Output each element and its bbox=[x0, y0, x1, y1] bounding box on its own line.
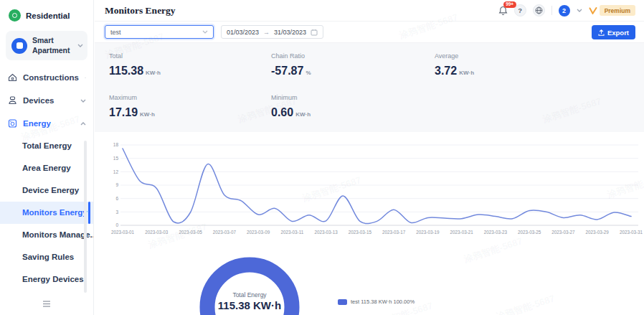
chevron-up-icon bbox=[80, 122, 86, 126]
monitor-select[interactable]: test bbox=[105, 25, 214, 39]
date-range-picker[interactable]: 01/03/2023 → 31/03/2023 bbox=[221, 25, 323, 39]
y-axis-label: 15 bbox=[113, 156, 119, 161]
sidebar-item-devices[interactable]: Devices bbox=[0, 89, 93, 112]
x-axis-label: 2023-03-21 bbox=[450, 230, 474, 235]
sidebar-item-monitors-energy[interactable]: Monitors Energy bbox=[0, 202, 93, 224]
sidebar-item-total-energy[interactable]: Total Energy bbox=[0, 135, 93, 157]
x-axis-label: 2023-03-23 bbox=[484, 230, 508, 235]
sidebar-scrollbar[interactable] bbox=[84, 141, 87, 293]
sidebar: Residential Smart Apartment Construction… bbox=[0, 0, 94, 315]
chevron-down-icon bbox=[202, 30, 208, 34]
sidebar-item-area-energy[interactable]: Area Energy bbox=[0, 157, 93, 179]
x-axis-label: 2023-03-25 bbox=[518, 230, 541, 235]
donut-center-label: Total Energy bbox=[232, 291, 266, 298]
divider bbox=[551, 6, 552, 15]
y-axis-label: 6 bbox=[115, 196, 118, 201]
sidebar-item-label: Constructions bbox=[23, 73, 79, 82]
stat-average: Average 3.72KW·h bbox=[435, 52, 630, 80]
stat-chain-ratio: Chain Ratio -57.87% bbox=[271, 52, 435, 80]
sidebar-item-energy-devices[interactable]: Energy Devices bbox=[0, 268, 93, 291]
sidebar-collapse-button[interactable] bbox=[42, 297, 51, 310]
notifications-button[interactable]: 99+ bbox=[498, 6, 508, 16]
x-axis-label: 2023-03-05 bbox=[179, 230, 202, 235]
y-axis-label: 3 bbox=[115, 210, 118, 215]
devices-icon bbox=[8, 96, 17, 105]
workspace-selector[interactable]: Smart Apartment bbox=[6, 31, 87, 60]
filter-bar: test 01/03/2023 → 31/03/2023 Export bbox=[95, 22, 644, 43]
sidebar-item-constructions[interactable]: Constructions bbox=[0, 66, 93, 89]
topbar: Monitors Energy 99+ ? 2 Premium bbox=[95, 0, 644, 22]
chevron-down-icon bbox=[80, 99, 86, 103]
residential-logo-icon bbox=[9, 9, 21, 22]
date-end: 31/03/2023 bbox=[274, 29, 306, 36]
export-button[interactable]: Export bbox=[592, 25, 635, 39]
date-range-arrow: → bbox=[263, 29, 270, 36]
main-content: Monitors Energy 99+ ? 2 Premium test 0 bbox=[95, 0, 644, 315]
workspace-name: Smart Apartment bbox=[32, 36, 72, 55]
x-axis-label: 2023-03-03 bbox=[145, 230, 169, 235]
stat-total: Total 115.38KW·h bbox=[109, 52, 271, 80]
sidebar-item-saving-rules[interactable]: Saving Rules bbox=[0, 246, 93, 268]
x-axis-label: 2023-03-27 bbox=[551, 230, 575, 235]
sidebar-item-device-energy[interactable]: Device Energy bbox=[0, 179, 93, 202]
premium-badge[interactable]: Premium bbox=[589, 5, 635, 16]
donut-center-value: 115.38 KW·h bbox=[218, 299, 281, 311]
x-axis-label: 2023-03-17 bbox=[382, 230, 406, 235]
legend-swatch bbox=[338, 299, 347, 305]
x-axis-label: 2023-03-19 bbox=[416, 230, 440, 235]
sidebar-item-energy[interactable]: Energy bbox=[0, 112, 93, 135]
x-axis-label: 2023-03-11 bbox=[280, 230, 303, 235]
chevron-down-icon bbox=[77, 44, 83, 47]
chevron-down-icon bbox=[85, 76, 86, 80]
x-axis-label: 2023-03-15 bbox=[349, 230, 372, 235]
sidebar-item-label: Devices bbox=[23, 96, 75, 105]
x-axis-label: 2023-03-09 bbox=[247, 230, 270, 235]
calendar-icon bbox=[311, 29, 318, 36]
monitor-select-value: test bbox=[110, 29, 202, 36]
energy-line-chart-section: 03691215182023-03-012023-03-032023-03-05… bbox=[95, 132, 644, 241]
stats-panel: Total 115.38KW·h Chain Ratio -57.87% Ave… bbox=[95, 43, 644, 132]
x-axis-label: 2023-03-29 bbox=[586, 230, 610, 235]
premium-label: Premium bbox=[600, 5, 635, 16]
language-button[interactable] bbox=[533, 4, 545, 17]
energy-icon bbox=[8, 119, 17, 128]
export-icon bbox=[598, 29, 605, 36]
chevron-down-icon bbox=[577, 9, 582, 12]
y-axis-label: 18 bbox=[113, 142, 119, 147]
y-axis-label: 12 bbox=[113, 169, 119, 174]
brand-name: Residential bbox=[26, 11, 70, 20]
sidebar-item-monitors-manage[interactable]: Monitors Manage... bbox=[0, 224, 93, 246]
vip-icon bbox=[589, 7, 597, 14]
avatar[interactable]: 2 bbox=[559, 5, 570, 17]
export-label: Export bbox=[607, 29, 629, 37]
house-icon bbox=[8, 73, 17, 82]
energy-line-chart: 03691215182023-03-012023-03-032023-03-05… bbox=[104, 139, 644, 240]
x-axis-label: 2023-03-31 bbox=[620, 230, 643, 235]
x-axis-label: 2023-03-01 bbox=[111, 230, 135, 235]
page-title: Monitors Energy bbox=[105, 5, 498, 17]
hamburger-icon bbox=[42, 301, 51, 307]
y-axis-label: 0 bbox=[115, 222, 118, 227]
x-axis-label: 2023-03-13 bbox=[314, 230, 338, 235]
donut-legend-item[interactable]: test 115.38 KW·h 100.00% bbox=[338, 298, 415, 305]
notification-badge: 99+ bbox=[503, 1, 516, 9]
apartment-icon bbox=[11, 38, 27, 54]
sidebar-item-label: Energy bbox=[23, 119, 75, 128]
date-start: 01/03/2023 bbox=[227, 29, 259, 36]
globe-icon bbox=[535, 6, 543, 14]
question-icon: ? bbox=[518, 6, 522, 14]
brand: Residential bbox=[0, 0, 93, 28]
line-series bbox=[123, 149, 631, 224]
total-energy-donut-section: Total Energy 115.38 KW·h test 115.38 KW·… bbox=[95, 241, 644, 315]
stat-maximum: Maximum 17.19KW·h bbox=[109, 94, 271, 121]
stat-minimum: Minimum 0.60KW·h bbox=[271, 94, 435, 121]
y-axis-label: 9 bbox=[115, 182, 118, 187]
x-axis-label: 2023-03-07 bbox=[213, 230, 237, 235]
legend-label: test 115.38 KW·h 100.00% bbox=[351, 298, 415, 305]
